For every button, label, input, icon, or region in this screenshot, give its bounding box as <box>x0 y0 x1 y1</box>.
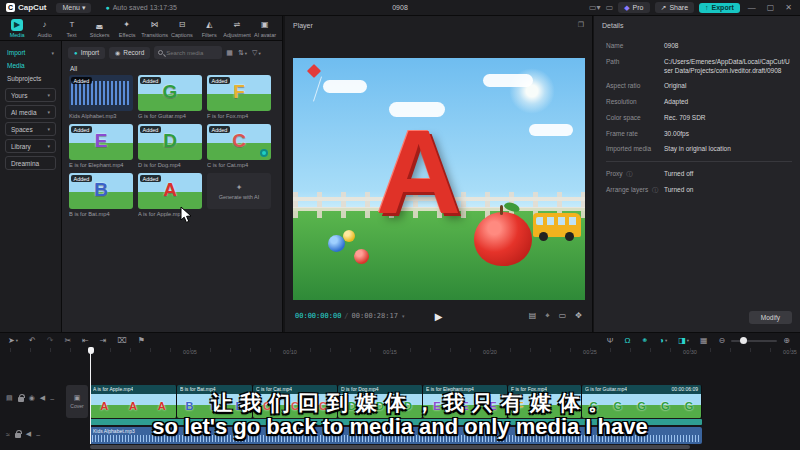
modify-button[interactable]: Modify <box>749 311 792 324</box>
ribbon-tab-ai-avatar[interactable]: ▣AI avatar <box>252 19 278 38</box>
filter-icon[interactable]: ▽▾ <box>252 49 261 57</box>
snapshot-icon[interactable]: ⌖ <box>545 311 550 321</box>
playhead[interactable] <box>90 348 91 444</box>
media-thumbnail[interactable]: AAdded <box>138 173 202 209</box>
main-track-magnet-icon[interactable]: ◑▾ <box>659 336 667 345</box>
media-search[interactable] <box>154 46 222 59</box>
track-view-icon[interactable]: ◨▾ <box>678 336 689 345</box>
select-tool-icon[interactable]: ➤▾ <box>8 336 18 345</box>
timecode-options-icon[interactable]: ▾ <box>402 313 405 319</box>
pro-badge[interactable]: ◆ Pro <box>618 2 649 13</box>
media-item[interactable]: AddedKids Alphabet.mp3 <box>69 75 133 119</box>
search-input[interactable] <box>166 50 216 56</box>
track-icon[interactable]: ◉ <box>29 394 35 402</box>
track-icon[interactable]: – <box>36 431 40 438</box>
ribbon-tab-label: AI avatar <box>254 32 276 38</box>
marker-icon[interactable]: ⚑ <box>138 336 145 345</box>
track-icon[interactable]: – <box>50 395 54 402</box>
timeline-zoom-slider[interactable] <box>731 340 777 342</box>
record-button[interactable]: ◉ Record <box>109 47 150 59</box>
ratio-icon[interactable]: ▭ <box>559 311 567 321</box>
sidebar-item-yours[interactable]: Yours▾ <box>5 88 56 102</box>
media-thumbnail[interactable]: GAdded <box>138 75 202 111</box>
play-button[interactable]: ▶ <box>435 311 443 322</box>
generate-with-ai-button[interactable]: ✦Generate with AI <box>207 173 271 209</box>
ribbon-tab-transitions[interactable]: ⋈Transitions <box>141 19 168 38</box>
video-preview[interactable]: A <box>293 58 585 300</box>
magnetic-snap-icon[interactable]: Ω <box>624 336 630 345</box>
ribbon-tab-text[interactable]: TText <box>59 19 85 38</box>
zoom-slider-knob[interactable] <box>740 337 747 344</box>
media-thumbnail[interactable]: FAdded <box>207 75 271 111</box>
redo-icon[interactable]: ↷ <box>47 336 54 345</box>
sort-icon[interactable]: ⇅▾ <box>238 49 247 57</box>
media-item-label: G is for Guitar.mp4 <box>138 113 199 119</box>
share-button[interactable]: ↗ Share <box>655 2 695 13</box>
voiceover-icon[interactable]: Ψ <box>607 336 614 345</box>
minimize-button[interactable]: — <box>745 3 759 12</box>
ribbon-tab-adjustment[interactable]: ⇌Adjustment <box>224 19 251 38</box>
import-button[interactable]: ● Import <box>68 47 105 59</box>
ribbon-tab-captions[interactable]: ⊟Captions <box>169 19 195 38</box>
timeline-ruler[interactable]: 00:0500:1000:1500:2000:2500:3000:35 <box>0 348 800 360</box>
sidebar-item-ai-media[interactable]: AI media▾ <box>5 105 56 119</box>
media-item[interactable]: CAddedC is for Cat.mp4 <box>207 124 271 168</box>
ribbon-tab-media[interactable]: ▶Media <box>4 19 30 38</box>
sidebar-item-label: Yours <box>11 92 27 99</box>
sidebar-item-dreamina[interactable]: Dreamina <box>5 156 56 170</box>
sidebar-item-import[interactable]: Import▾ <box>0 46 61 59</box>
zoom-out-icon[interactable]: ⊖ <box>719 336 726 345</box>
media-thumbnail[interactable]: EAdded <box>69 124 133 160</box>
menu-button[interactable]: Menu ▾ <box>56 3 91 13</box>
panel-layout-icon[interactable]: ▭ <box>606 3 614 12</box>
media-thumbnail[interactable]: DAdded <box>138 124 202 160</box>
close-button[interactable]: ✕ <box>782 3 795 12</box>
sidebar-item-spaces[interactable]: Spaces▾ <box>5 122 56 136</box>
details-panel: Details Name0908PathC:/Users/Emenes/AppD… <box>594 16 800 332</box>
maximize-button[interactable]: ▢ <box>764 3 778 12</box>
preview-frames-icon[interactable]: ▦ <box>700 336 708 345</box>
lock-icon[interactable] <box>18 397 24 402</box>
layout-toggle-icon[interactable]: ▭▾ <box>589 3 601 12</box>
media-thumbnail[interactable]: CAdded <box>207 124 271 160</box>
track-icon[interactable]: ◀ <box>26 430 31 438</box>
media-item[interactable]: FAddedF is for Fox.mp4 <box>207 75 271 119</box>
track-icon[interactable]: ▤ <box>6 394 13 402</box>
ribbon-tab-effects[interactable]: ✦Effects <box>114 19 140 38</box>
details-value: Original <box>664 82 792 91</box>
generate-with-ai-tile[interactable]: ✦Generate with AI <box>207 173 271 217</box>
auto-link-icon[interactable]: ⚭ <box>641 336 648 345</box>
media-item[interactable]: EAddedE is for Elephant.mp4 <box>69 124 133 168</box>
ribbon-tab-label: Effects <box>118 32 135 38</box>
export-button[interactable]: ↑ Export <box>699 3 740 13</box>
grid-view-icon[interactable]: ▦ <box>226 49 233 57</box>
media-grid: AddedKids Alphabet.mp3GAddedG is for Gui… <box>69 75 271 217</box>
track-icon[interactable]: ◀ <box>40 394 45 402</box>
media-thumbnail[interactable]: Added <box>69 75 133 111</box>
ribbon-tab-stickers[interactable]: ◛Stickers <box>86 19 112 38</box>
cover-button[interactable]: ▣ Cover <box>66 385 88 418</box>
media-thumbnail[interactable]: BAdded <box>69 173 133 209</box>
ribbon-tab-filters[interactable]: ◭Filters <box>196 19 222 38</box>
delete-right-icon[interactable]: ⇥ <box>100 336 107 345</box>
fullscreen-icon[interactable]: ✥ <box>575 311 582 321</box>
quality-icon[interactable]: ▤ <box>529 311 537 321</box>
player-undock-icon[interactable]: ❐ <box>578 21 584 29</box>
undo-icon[interactable]: ↶ <box>29 336 36 345</box>
kite <box>307 64 321 78</box>
sidebar-item-subprojects[interactable]: Subprojects <box>0 72 61 85</box>
added-badge: Added <box>209 77 230 84</box>
timeline-scrollbar[interactable] <box>90 445 690 449</box>
zoom-in-icon[interactable]: ⊕ <box>783 336 790 345</box>
delete-left-icon[interactable]: ⇤ <box>82 336 89 345</box>
media-item[interactable]: BAddedB is for Bat.mp4 <box>69 173 133 217</box>
sidebar-item-media[interactable]: Media <box>0 59 61 72</box>
lock-icon[interactable] <box>15 433 21 438</box>
media-item[interactable]: GAddedG is for Guitar.mp4 <box>138 75 202 119</box>
media-item[interactable]: DAddedD is for Dog.mp4 <box>138 124 202 168</box>
ribbon-tab-audio[interactable]: ♪Audio <box>31 19 57 38</box>
sidebar-item-library[interactable]: Library▾ <box>5 139 56 153</box>
split-icon[interactable]: ✂ <box>64 336 71 345</box>
track-icon[interactable]: ≈ <box>6 431 10 438</box>
delete-icon[interactable]: ⌧ <box>117 336 126 345</box>
